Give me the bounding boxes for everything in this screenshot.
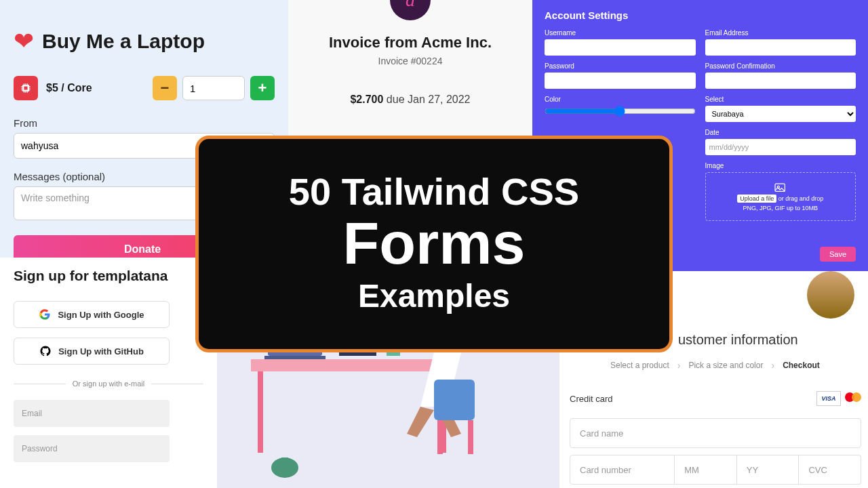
github-button-label: Sign Up with GitHub [58,346,144,357]
google-signup-button[interactable]: Sign Up with Google [14,301,170,328]
username-input[interactable] [545,39,696,56]
image-upload-area[interactable]: Upload a file or drag and drop PNG, JPG,… [705,172,856,221]
settings-password-input[interactable] [545,73,696,89]
price-row: $5 / Core − + [14,76,275,100]
step-3[interactable]: Checkout [783,361,820,370]
from-label: From [14,117,275,129]
color-label: Color [545,96,696,103]
password-confirm-label: Password Confirmation [705,62,856,70]
email-address-input[interactable] [705,39,856,56]
credit-card-label: Credit card [570,394,613,404]
chevron-icon: › [771,360,774,371]
card-mm-input[interactable] [675,455,737,485]
donate-title: Buy Me a Laptop [42,30,205,53]
visa-icon: VISA [816,391,841,406]
signup-panel: Sign up for templatana Sign Up with Goog… [0,258,217,488]
city-select[interactable]: Surabaya [705,106,856,122]
overlay-line-1: 50 Tailwind CSS [289,173,579,211]
customer-title: ustomer information [678,332,861,348]
overlay-line-3: Examples [358,277,510,316]
password-confirm-input[interactable] [705,73,856,89]
invoice-title: Invoice from Acme Inc. [288,34,532,52]
overlay-line-2: Forms [343,211,526,277]
checkout-steps: Select a product › Pick a size and color… [570,360,861,371]
chevron-icon: › [677,360,681,371]
invoice-number: Invoice #00224 [288,56,532,66]
plus-button[interactable]: + [250,76,275,100]
price-label: $5 / Core [46,82,92,94]
step-1[interactable]: Select a product [610,361,669,370]
svg-rect-18 [281,458,288,471]
svg-rect-15 [437,420,443,454]
save-button[interactable]: Save [820,247,856,262]
google-icon [39,308,51,321]
svg-rect-14 [434,380,475,420]
step-2[interactable]: Pick a size and color [688,361,763,370]
date-label: Date [705,129,856,136]
settings-title: Account Settings [545,9,856,21]
github-signup-button[interactable]: Sign Up with GitHub [14,338,170,365]
svg-rect-7 [264,356,326,359]
credit-card-header: Credit card VISA [570,391,861,406]
quantity-input[interactable] [182,76,245,100]
minus-button[interactable]: − [153,76,177,100]
card-brand-icons: VISA [816,391,861,406]
chip-icon [14,76,38,100]
google-button-label: Sign Up with Google [58,310,144,320]
image-icon [774,182,787,192]
customer-avatar [807,271,854,319]
select-label: Select [705,96,856,103]
svg-rect-2 [251,359,454,371]
password-input[interactable] [14,435,170,462]
signup-divider: Or sign up with e-mail [14,380,203,388]
signup-title: Sign up for templatana [14,268,203,284]
image-label: Image [705,162,856,169]
svg-rect-16 [468,420,473,454]
heart-icon: ❤ [14,27,34,56]
svg-rect-1 [24,87,28,90]
github-icon [39,345,52,357]
invoice-avatar: a [390,0,431,20]
color-range[interactable] [545,106,696,117]
title-overlay: 50 Tailwind CSS Forms Examples [195,136,673,352]
quantity-stepper: − + [153,76,275,100]
card-cvc-input[interactable] [799,455,861,485]
email-label: Email Address [705,29,856,37]
card-name-input[interactable] [570,418,861,448]
password-label: Password [545,62,696,70]
email-input[interactable] [14,400,170,427]
username-label: Username [545,29,696,37]
invoice-panel: a Invoice from Acme Inc. Invoice #00224 … [288,0,532,149]
avatar-letter: a [406,0,415,11]
svg-rect-3 [258,371,263,453]
card-number-input[interactable] [570,455,675,485]
mastercard-icon [845,391,861,406]
invoice-amount: $2.700 due Jan 27, 2022 [288,94,532,106]
card-yy-input[interactable] [737,455,800,485]
donate-title-row: ❤ Buy Me a Laptop [14,27,275,56]
date-input[interactable] [705,139,856,155]
